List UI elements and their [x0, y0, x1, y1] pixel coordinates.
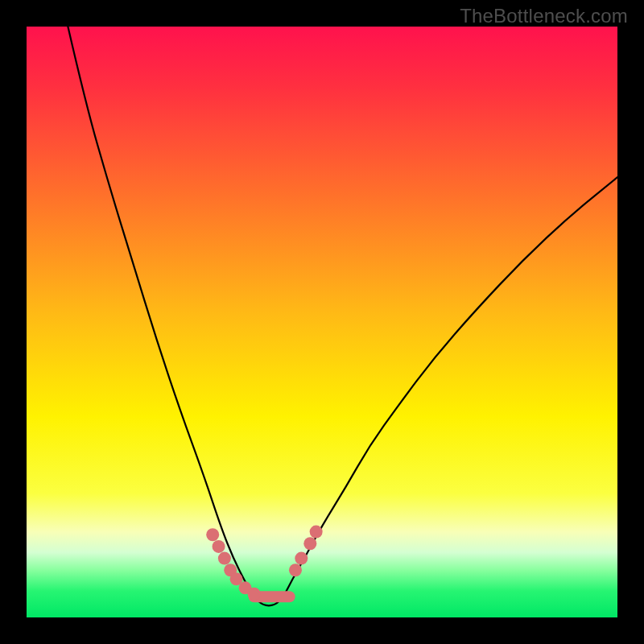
gradient-background: [27, 27, 617, 617]
marker-dot: [303, 537, 316, 550]
marker-dot: [248, 588, 261, 601]
marker-dot: [213, 540, 225, 553]
marker-dot: [289, 564, 302, 576]
marker-dot: [295, 552, 308, 565]
marker-dot: [218, 552, 231, 565]
watermark-text: TheBottleneck.com: [460, 5, 628, 27]
bottleneck-chart: [27, 27, 617, 617]
chart-frame: TheBottleneck.com: [0, 0, 644, 644]
marker-dot: [206, 528, 219, 541]
plot-area: [27, 27, 617, 617]
marker-dot: [310, 526, 323, 539]
